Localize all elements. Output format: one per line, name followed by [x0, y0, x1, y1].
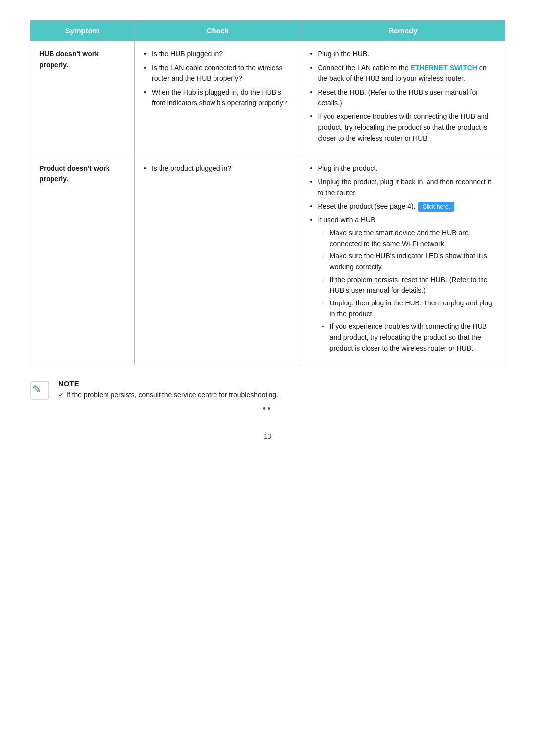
remedy-item: Plug in the HUB.	[310, 49, 496, 60]
check-item: Is the product plugged in?	[144, 163, 292, 174]
sub-item: If you experience troubles with connecti…	[322, 321, 496, 353]
note-title: NOTE	[58, 379, 278, 388]
note-content: NOTE ✓If the problem persists, consult t…	[58, 379, 278, 399]
remedy-item: If you experience troubles with connecti…	[310, 111, 496, 144]
svg-text:✎: ✎	[32, 383, 41, 396]
remedy-header: Remedy	[301, 20, 505, 41]
check-cell-0: Is the HUB plugged in?Is the LAN cable c…	[134, 41, 301, 155]
click-here-badge[interactable]: Click here.	[418, 202, 454, 212]
remedy-item: Connect the LAN cable to the ETHERNET SW…	[310, 63, 496, 84]
remedy-item: Unplug the product, plug it back in, and…	[310, 177, 496, 198]
check-item: Is the HUB plugged in?	[144, 49, 292, 60]
remedy-item: Reset the product (see page 4). Click he…	[310, 202, 496, 212]
remedy-cell-1: Plug in the product.Unplug the product, …	[301, 155, 505, 365]
ethernet-switch-label: ETHERNET SWITCH	[410, 64, 477, 72]
note-icon: ✎	[30, 380, 52, 402]
remedy-item: If used with a HUBMake sure the smart de…	[310, 215, 496, 353]
check-item: When the Hub is plugged in, do the HUB's…	[144, 87, 292, 108]
note-section: ✎ NOTE ✓If the problem persists, consult…	[30, 379, 505, 402]
page-dots: ••	[30, 404, 505, 414]
troubleshooting-table: Symptom Check Remedy HUB doesn't work pr…	[30, 20, 505, 365]
sub-item: If the problem persists, reset the HUB. …	[322, 275, 496, 296]
sub-item: Make sure the smart device and the HUB a…	[322, 228, 496, 249]
check-header: Check	[134, 20, 301, 41]
symptom-cell-0: HUB doesn't work properly.	[30, 41, 135, 155]
check-cell-1: Is the product plugged in?	[134, 155, 301, 365]
remedy-item: Plug in the product.	[310, 163, 496, 174]
remedy-cell-0: Plug in the HUB.Connect the LAN cable to…	[301, 41, 505, 155]
sub-item: Unplug, then plug in the HUB. Then, unpl…	[322, 298, 496, 319]
symptom-cell-1: Product doesn't work properly.	[30, 155, 135, 365]
note-text: ✓If the problem persists, consult the se…	[58, 391, 278, 399]
check-item: Is the LAN cable connected to the wirele…	[144, 63, 292, 84]
sub-item: Make sure the HUB's indicator LED's show…	[322, 251, 496, 272]
page-number: 13	[30, 432, 505, 440]
remedy-item: Reset the HUB. (Refer to the HUB's user …	[310, 87, 496, 108]
symptom-header: Symptom	[30, 20, 135, 41]
